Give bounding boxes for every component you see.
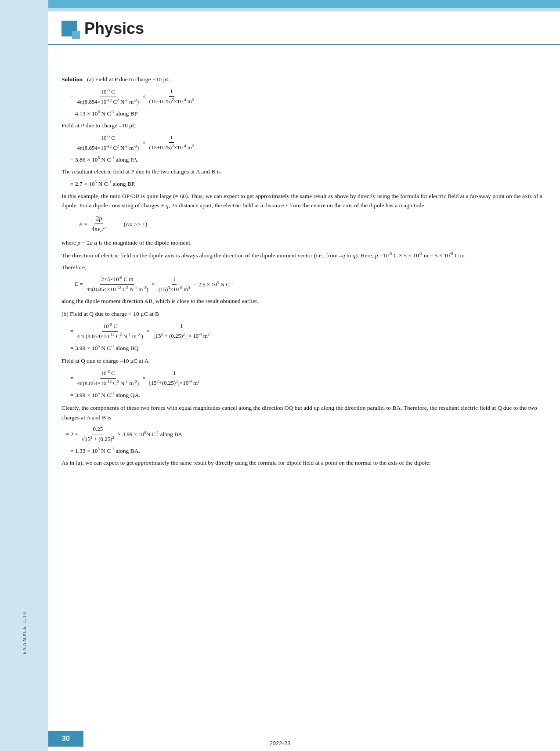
resultant-value: = 2.7 × 105 N C-1 along BP. (70, 179, 542, 188)
main-content: Solution (a) Field at P due to charge +1… (48, 66, 560, 729)
along-dipole: along the dipole moment direction AB, wh… (61, 296, 542, 306)
field-p-neg: Field at P due to charge –10 μC (61, 121, 542, 130)
conclusion-text: As in (a), we can expect to get approxim… (61, 458, 542, 468)
page-title: Physics (84, 19, 144, 38)
dipole-formula: E = 2p 4πεor3 (r/a >> 1) (79, 214, 542, 235)
physics-icon (61, 21, 77, 36)
result-b2: = 3.99 × 106 N C-1 along QA. (70, 390, 542, 400)
example-label: Example 1.10 (22, 611, 27, 654)
where-p: where p = 2a q is the magnitude of the d… (61, 238, 542, 248)
eq2: = 10-5 C 4π(8.854×10-12 C2 N-1 m-2) × 1 … (70, 133, 542, 153)
example-label-container: Example 1.10 (0, 611, 48, 654)
eq1: = 10-5 C 4π(8.854×10-12 C2 N-1 m-2) × 1 … (70, 87, 542, 107)
top-bar-blue (48, 0, 560, 8)
eq-b2: = 10-5 C 4π(8.854×10-12 C2 N-1 m-2) × 1 … (70, 368, 542, 388)
header-title-bar: Physics (48, 11, 560, 46)
result2: = 3.86 × 106 N C-1 along PA (70, 155, 542, 164)
result1: = 4.13 × 106 N C-1 along BP (70, 108, 542, 118)
result-b1: = 3.99 × 106 N C-1 along BQ (70, 343, 542, 353)
resultant-text: The resultant electric field at P due to… (61, 167, 542, 177)
explanation-text: In this example, the ratio OP/OB is quit… (61, 191, 542, 210)
field-q-neg: Field at Q due to charge –10 μC at A (61, 356, 542, 366)
top-bar-light (48, 8, 560, 11)
direction-text: The direction of electric field on the d… (61, 250, 542, 260)
eq3: E = 2×5×10-8 C m 4π(8.854×10-12 C2 N-1 m… (75, 274, 542, 294)
header-underline (48, 44, 560, 45)
page-number: 30 (48, 731, 83, 747)
therefore: Therefore, (61, 263, 542, 272)
eq-b3: = 2 × 0.25 √152 + (0.25)2 × 3.99 × 106N … (66, 425, 542, 444)
cancel-text: Clearly, the components of these two for… (61, 403, 542, 422)
solution-label: Solution (61, 76, 83, 83)
year-footer: 2022-23 (270, 740, 291, 747)
part-b: (b) Field at Q due to charge + 10 μC at … (61, 309, 542, 319)
eq-b1: = 10-5 C 4 π (8.854×10-12 C2 N-1 m-2 ) ×… (70, 321, 542, 341)
solution-heading: Solution (a) Field at P due to charge +1… (61, 75, 542, 84)
result-b3: = 1.33 × 105 N C-1 along BA. (70, 446, 542, 455)
